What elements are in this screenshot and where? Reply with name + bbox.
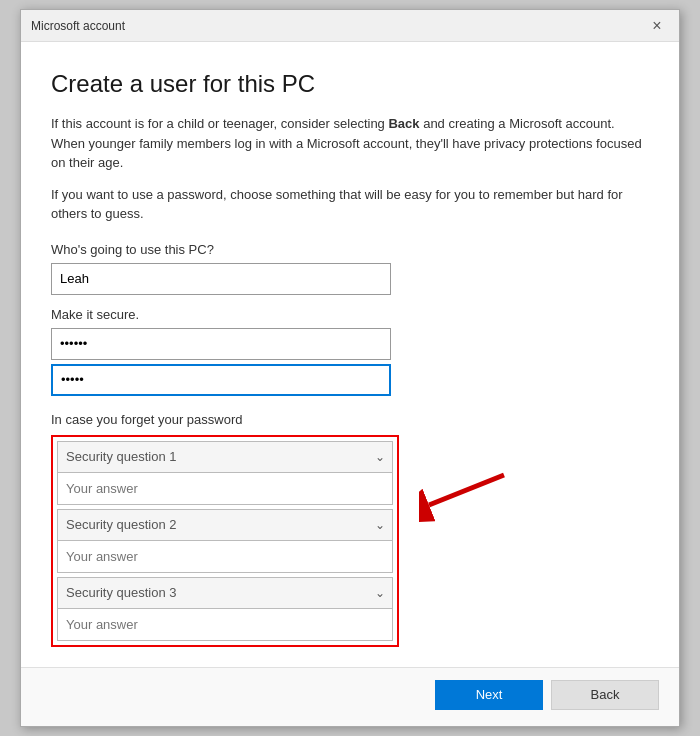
- content-area: Create a user for this PC If this accoun…: [21, 42, 679, 667]
- description-paragraph-1: If this account is for a child or teenag…: [51, 114, 649, 173]
- next-button[interactable]: Next: [435, 680, 543, 710]
- footer: Next Back: [21, 667, 679, 726]
- security-answer-2-input[interactable]: [57, 541, 393, 573]
- security-question-2-select[interactable]: Security question 2: [57, 509, 393, 541]
- security-question-1-select[interactable]: Security question 1: [57, 441, 393, 473]
- window-title: Microsoft account: [31, 19, 125, 33]
- page-title: Create a user for this PC: [51, 70, 649, 98]
- main-window: Microsoft account × Create a user for th…: [20, 9, 680, 727]
- security-section-label: In case you forget your password: [51, 412, 649, 427]
- password2-input[interactable]: [51, 364, 391, 396]
- security-answer-3-input[interactable]: [57, 609, 393, 641]
- back-button[interactable]: Back: [551, 680, 659, 710]
- desc1-bold: Back: [388, 116, 419, 131]
- password-label: Make it secure.: [51, 307, 649, 322]
- close-button[interactable]: ×: [645, 14, 669, 38]
- security-question-3-select[interactable]: Security question 3: [57, 577, 393, 609]
- security-question-2-item: Security question 2 ⌄: [57, 509, 393, 573]
- title-bar: Microsoft account ×: [21, 10, 679, 42]
- security-questions-group: Security question 1 ⌄ Security question …: [51, 435, 399, 647]
- arrow-annotation: [419, 465, 509, 529]
- security-q2-wrapper: Security question 2 ⌄: [57, 509, 393, 541]
- security-q3-wrapper: Security question 3 ⌄: [57, 577, 393, 609]
- password1-input[interactable]: [51, 328, 391, 360]
- description-paragraph-2: If you want to use a password, choose so…: [51, 185, 649, 224]
- username-label: Who's going to use this PC?: [51, 242, 649, 257]
- red-arrow-icon: [419, 465, 509, 525]
- security-question-1-item: Security question 1 ⌄: [57, 441, 393, 505]
- svg-line-1: [429, 475, 504, 505]
- form-area: Who's going to use this PC? Make it secu…: [51, 242, 649, 647]
- security-question-3-item: Security question 3 ⌄: [57, 577, 393, 641]
- security-answer-1-input[interactable]: [57, 473, 393, 505]
- security-q1-wrapper: Security question 1 ⌄: [57, 441, 393, 473]
- username-input[interactable]: [51, 263, 391, 295]
- desc1-pre: If this account is for a child or teenag…: [51, 116, 388, 131]
